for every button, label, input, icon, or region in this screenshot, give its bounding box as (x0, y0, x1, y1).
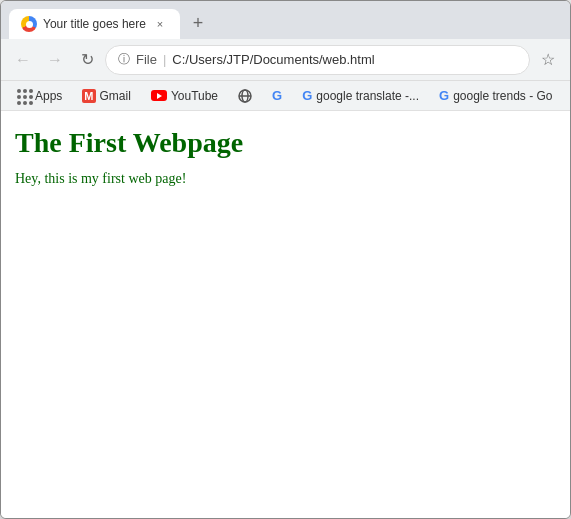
address-separator: | (163, 52, 166, 67)
bookmark-google-translate-label: google translate -... (316, 89, 419, 103)
tab-favicon (21, 16, 37, 32)
active-tab[interactable]: Your title goes here × (9, 9, 180, 39)
back-button[interactable]: ← (9, 46, 37, 74)
forward-icon: → (47, 51, 63, 69)
reload-icon: ↻ (81, 50, 94, 69)
bookmark-google[interactable]: G (264, 85, 290, 106)
reload-button[interactable]: ↻ (73, 46, 101, 74)
page-content: The First Webpage Hey, this is my first … (1, 111, 570, 518)
tab-title: Your title goes here (43, 17, 146, 31)
bookmark-google-translate[interactable]: G google translate -... (294, 85, 427, 106)
title-bar: Your title goes here × + (1, 1, 570, 39)
bookmark-google-trends-label: google trends - Go (453, 89, 552, 103)
bookmark-gmail-label: Gmail (100, 89, 131, 103)
bookmark-apps-label: Apps (35, 89, 62, 103)
bookmark-button[interactable]: ☆ (534, 46, 562, 74)
bookmark-gmail[interactable]: M Gmail (74, 86, 139, 106)
back-icon: ← (15, 51, 31, 69)
apps-icon (17, 89, 31, 103)
google-g-translate-icon: G (302, 88, 312, 103)
page-paragraph: Hey, this is my first web page! (15, 171, 556, 187)
new-tab-button[interactable]: + (184, 9, 212, 37)
bookmark-apps[interactable]: Apps (9, 86, 70, 106)
page-heading: The First Webpage (15, 127, 556, 159)
bookmark-youtube-label: YouTube (171, 89, 218, 103)
tab-close-button[interactable]: × (152, 16, 168, 32)
bookmark-globe[interactable] (230, 86, 260, 106)
browser-window: Your title goes here × + ← → ↻ ⓘ File | … (0, 0, 571, 519)
address-bar[interactable]: ⓘ File | C:/Users/JTP/Documents/web.html (105, 45, 530, 75)
nav-bar: ← → ↻ ⓘ File | C:/Users/JTP/Documents/we… (1, 39, 570, 81)
bookmark-google-trends[interactable]: G google trends - Go (431, 85, 561, 106)
youtube-icon (151, 90, 167, 101)
globe-icon (238, 89, 252, 103)
bookmarks-bar: Apps M Gmail YouTube G G (1, 81, 570, 111)
forward-button[interactable]: → (41, 46, 69, 74)
address-text: C:/Users/JTP/Documents/web.html (172, 52, 517, 67)
address-file-label: File (136, 52, 157, 67)
address-info-icon: ⓘ (118, 51, 130, 68)
bookmark-youtube[interactable]: YouTube (143, 86, 226, 106)
google-g-icon: G (272, 88, 282, 103)
gmail-icon: M (82, 89, 95, 103)
google-g-trends-icon: G (439, 88, 449, 103)
